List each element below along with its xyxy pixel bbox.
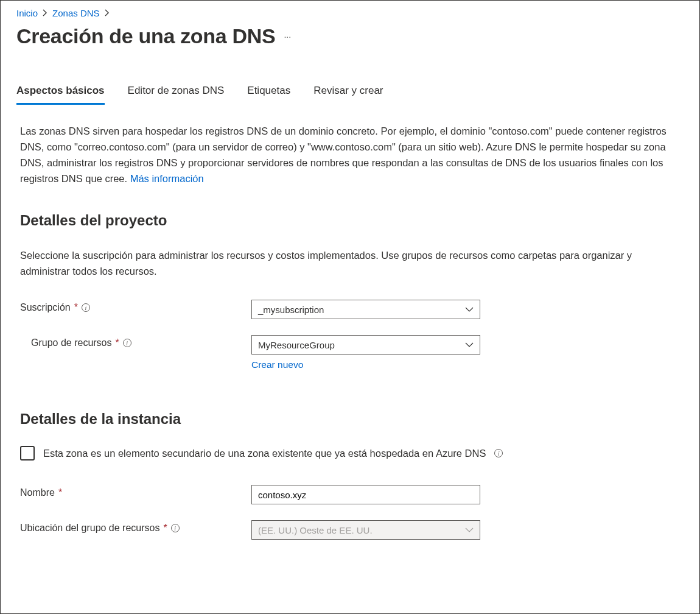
resource-group-label: Grupo de recursos (31, 337, 112, 348)
breadcrumb-dns-zones-link[interactable]: Zonas DNS (52, 8, 100, 18)
location-select: (EE. UU.) Oeste de EE. UU. (251, 520, 480, 540)
info-icon[interactable]: i (82, 303, 90, 312)
intro-paragraph: Las zonas DNS sirven para hospedar los r… (20, 123, 677, 186)
info-icon[interactable]: i (171, 524, 180, 532)
info-icon[interactable]: i (123, 339, 131, 347)
location-value: (EE. UU.) Oeste de EE. UU. (258, 525, 373, 535)
tab-basics[interactable]: Aspectos básicos (16, 85, 105, 105)
breadcrumb: Inicio Zonas DNS (16, 8, 681, 18)
child-zone-checkbox[interactable] (20, 446, 35, 460)
create-new-resource-group-link[interactable]: Crear nuevo (251, 359, 303, 370)
required-asterisk: * (74, 302, 78, 313)
breadcrumb-home-link[interactable]: Inicio (16, 8, 38, 18)
instance-details-heading: Detalles de la instancia (20, 411, 677, 428)
more-actions-icon[interactable]: ··· (284, 32, 291, 41)
subscription-value: _mysubscription (258, 305, 324, 315)
tab-tags[interactable]: Etiquetas (247, 85, 290, 105)
tab-dns-zone-editor[interactable]: Editor de zonas DNS (128, 85, 225, 105)
more-info-link[interactable]: Más información (130, 173, 204, 184)
info-icon[interactable]: i (494, 449, 503, 457)
chevron-right-icon (105, 8, 110, 18)
chevron-down-icon (465, 306, 474, 312)
resource-group-select[interactable]: MyResourceGroup (251, 335, 480, 355)
required-asterisk: * (116, 337, 119, 348)
tab-review-create[interactable]: Revisar y crear (313, 85, 383, 105)
location-label: Ubicación del grupo de recursos (20, 523, 159, 534)
chevron-down-icon (465, 342, 474, 348)
name-label: Nombre (20, 487, 55, 498)
child-zone-checkbox-label: Esta zona es un elemento secundario de u… (43, 448, 486, 459)
chevron-down-icon (465, 527, 474, 533)
subscription-label: Suscripción (20, 302, 71, 313)
chevron-right-icon (43, 8, 47, 18)
subscription-select[interactable]: _mysubscription (251, 300, 480, 319)
intro-text: Las zonas DNS sirven para hospedar los r… (20, 125, 667, 184)
required-asterisk: * (163, 523, 167, 534)
page-title: Creación de una zona DNS (16, 24, 275, 48)
tabs-bar: Aspectos básicos Editor de zonas DNS Eti… (16, 85, 681, 105)
project-details-heading: Detalles del proyecto (20, 212, 677, 229)
required-asterisk: * (58, 487, 62, 498)
project-details-desc: Seleccione la suscripción para administr… (20, 247, 677, 279)
resource-group-value: MyResourceGroup (258, 340, 335, 350)
name-input[interactable] (251, 485, 480, 504)
